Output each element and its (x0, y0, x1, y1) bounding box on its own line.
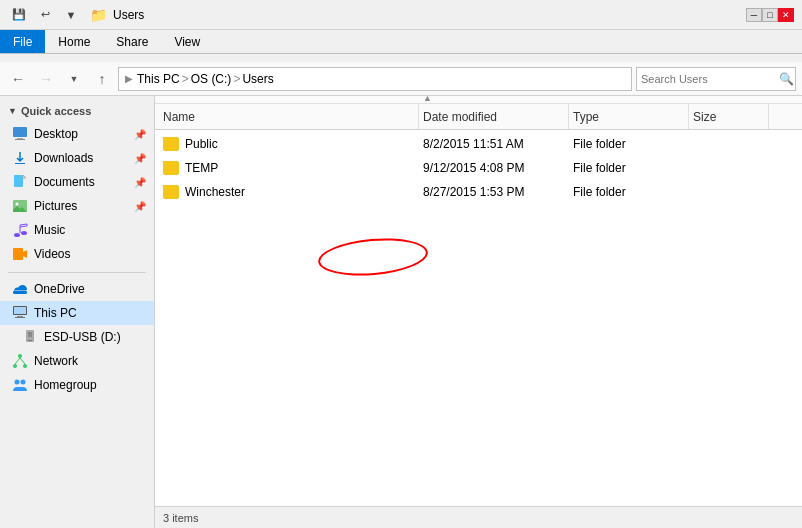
esd-usb-label: ESD-USB (D:) (44, 330, 121, 344)
col-header-name[interactable]: Name (159, 104, 419, 129)
column-headers: Name Date modified Type Size (155, 104, 802, 130)
col-header-type[interactable]: Type (569, 104, 689, 129)
svg-point-6 (14, 233, 20, 237)
sidebar-item-network[interactable]: Network (0, 349, 154, 373)
sidebar-item-onedrive[interactable]: OneDrive (0, 277, 154, 301)
svg-point-5 (16, 203, 19, 206)
svg-point-18 (13, 364, 17, 368)
svg-line-20 (15, 358, 20, 364)
col-header-size[interactable]: Size (689, 104, 769, 129)
sidebar-item-documents[interactable]: Documents 📌 (0, 170, 154, 194)
file-name-winchester: Winchester (159, 185, 419, 199)
search-icon: 🔍 (779, 72, 794, 86)
svg-rect-11 (14, 307, 26, 314)
svg-point-7 (21, 231, 27, 235)
close-button[interactable]: ✕ (778, 8, 794, 22)
table-row[interactable]: Winchester 8/27/2015 1:53 PM File folder (155, 180, 802, 204)
search-input[interactable] (641, 73, 779, 85)
sidebar-item-desktop[interactable]: Desktop 📌 (0, 122, 154, 146)
content-area: ▲ Name Date modified Type Size (155, 96, 802, 506)
sort-indicator: ▲ (423, 93, 432, 103)
file-type-public: File folder (569, 137, 689, 151)
this-pc-icon (12, 305, 28, 321)
file-name-public: Public (159, 137, 419, 151)
downloads-icon (12, 150, 28, 166)
path-os-c[interactable]: OS (C:) (191, 72, 232, 86)
window-icon: 📁 (90, 7, 107, 23)
svg-point-19 (23, 364, 27, 368)
desktop-pin: 📌 (134, 129, 146, 140)
svg-point-23 (21, 380, 26, 385)
search-box[interactable]: 🔍 (636, 67, 796, 91)
path-sep-1: > (182, 72, 189, 86)
svg-point-17 (18, 354, 22, 358)
onedrive-icon (12, 281, 28, 297)
svg-rect-3 (14, 175, 23, 187)
documents-icon (12, 174, 28, 190)
svg-line-21 (20, 358, 25, 364)
maximize-button[interactable]: □ (762, 8, 778, 22)
quick-access-header[interactable]: ▼ Quick access (0, 100, 154, 122)
forward-button[interactable]: → (34, 67, 58, 91)
sidebar-item-videos[interactable]: Videos (0, 242, 154, 266)
documents-pin: 📌 (134, 177, 146, 188)
quick-access-toolbar: 💾 ↩ ▼ (8, 4, 82, 26)
file-date-public: 8/2/2015 11:51 AM (419, 137, 569, 151)
sidebar-item-esd-usb[interactable]: ESD-USB (D:) (0, 325, 154, 349)
quick-access-chevron: ▼ (8, 106, 17, 116)
esd-usb-icon (22, 329, 38, 345)
table-row[interactable]: TEMP 9/12/2015 4:08 PM File folder (155, 156, 802, 180)
sidebar-item-pictures[interactable]: Pictures 📌 (0, 194, 154, 218)
recent-locations-button[interactable]: ▼ (62, 67, 86, 91)
path-arrow-icon: ▶ (125, 73, 133, 84)
path-users[interactable]: Users (242, 72, 273, 86)
sidebar-item-homegroup[interactable]: Homegroup (0, 373, 154, 397)
path-sep-2: > (233, 72, 240, 86)
path-this-pc[interactable]: This PC (137, 72, 180, 86)
qat-dropdown-button[interactable]: ▼ (60, 4, 82, 26)
onedrive-label: OneDrive (34, 282, 85, 296)
this-pc-label: This PC (34, 306, 77, 320)
status-item-count: 3 items (163, 512, 198, 524)
network-label: Network (34, 354, 78, 368)
folder-icon-winchester (163, 185, 179, 199)
file-type-winchester: File folder (569, 185, 689, 199)
music-label: Music (34, 223, 65, 237)
svg-rect-15 (28, 332, 32, 337)
window-title: Users (113, 8, 144, 22)
sidebar-item-this-pc[interactable]: This PC (0, 301, 154, 325)
desktop-icon (12, 126, 28, 142)
desktop-label: Desktop (34, 127, 78, 141)
up-button[interactable]: ↑ (90, 67, 114, 91)
save-qat-button[interactable]: 💾 (8, 4, 30, 26)
address-path[interactable]: ▶ This PC > OS (C:) > Users (118, 67, 632, 91)
col-header-date[interactable]: Date modified (419, 104, 569, 129)
network-icon (12, 353, 28, 369)
tab-home[interactable]: Home (45, 30, 103, 53)
status-bar: 3 items (155, 506, 802, 528)
pictures-icon (12, 198, 28, 214)
tab-file[interactable]: File (0, 30, 45, 53)
ribbon: File Home Share View (0, 30, 802, 62)
homegroup-label: Homegroup (34, 378, 97, 392)
pictures-label: Pictures (34, 199, 77, 213)
undo-qat-button[interactable]: ↩ (34, 4, 56, 26)
folder-icon-public (163, 137, 179, 151)
file-type-temp: File folder (569, 161, 689, 175)
music-icon (12, 222, 28, 238)
title-bar: 💾 ↩ ▼ 📁 Users ─ □ ✕ (0, 0, 802, 30)
sidebar-item-music[interactable]: Music (0, 218, 154, 242)
sidebar: ▼ Quick access Desktop 📌 Downloads 📌 Doc… (0, 96, 155, 528)
minimize-button[interactable]: ─ (746, 8, 762, 22)
back-button[interactable]: ← (6, 67, 30, 91)
videos-label: Videos (34, 247, 70, 261)
sidebar-item-downloads[interactable]: Downloads 📌 (0, 146, 154, 170)
table-row[interactable]: Public 8/2/2015 11:51 AM File folder (155, 132, 802, 156)
tab-view[interactable]: View (161, 30, 213, 53)
svg-rect-8 (13, 248, 23, 260)
documents-label: Documents (34, 175, 95, 189)
videos-icon (12, 246, 28, 262)
tab-share[interactable]: Share (103, 30, 161, 53)
svg-rect-13 (15, 317, 25, 318)
svg-rect-2 (15, 139, 25, 140)
